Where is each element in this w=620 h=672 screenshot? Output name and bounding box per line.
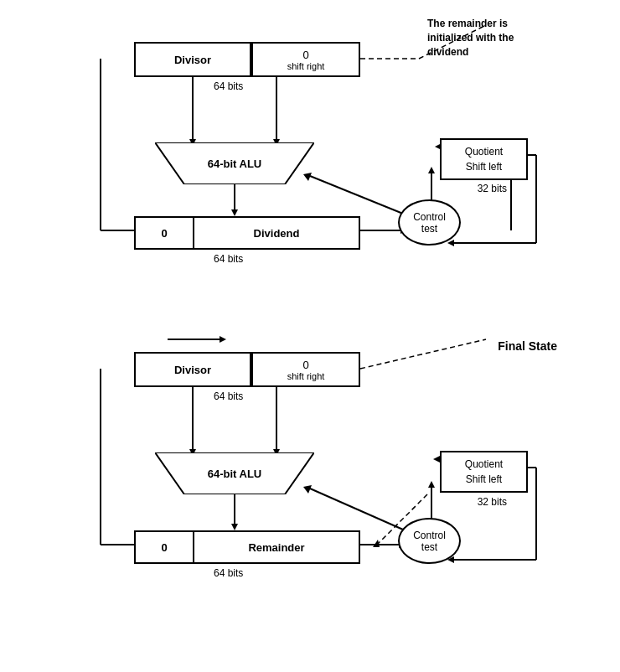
split-right-1: Dividend bbox=[194, 218, 359, 248]
split-box-1: 0 Dividend bbox=[134, 216, 360, 250]
quotient-box-2: Quotient Shift left bbox=[440, 451, 528, 493]
divisor-right-1: 0 shift right bbox=[251, 42, 360, 77]
bits-64-remainder-2: 64 bits bbox=[214, 567, 243, 579]
svg-line-52 bbox=[360, 339, 486, 369]
svg-marker-45 bbox=[433, 456, 440, 463]
divisor-zero-1: 0 bbox=[302, 49, 308, 61]
bits-64-dividend-1: 64 bits bbox=[214, 253, 243, 265]
control-ellipse-2: Control test bbox=[398, 518, 461, 564]
bits-32-1: 32 bits bbox=[478, 183, 507, 194]
shift-right-2: shift right bbox=[287, 371, 325, 381]
diagram-1: Divisor 0 shift right The remainder is i… bbox=[50, 17, 570, 302]
svg-marker-9 bbox=[231, 209, 238, 216]
control-test-2: test bbox=[421, 541, 437, 553]
alu-label-1: 64-bit ALU bbox=[208, 158, 262, 170]
bits-64-divisor-2: 64 bits bbox=[214, 390, 243, 402]
svg-marker-30 bbox=[220, 336, 226, 343]
alu-2: 64-bit ALU bbox=[155, 452, 314, 494]
svg-line-46 bbox=[310, 488, 403, 530]
svg-marker-39 bbox=[231, 524, 238, 530]
annotation-1: The remainder is initialized with the di… bbox=[427, 17, 561, 59]
divisor-label-2: Divisor bbox=[174, 364, 211, 376]
flow-arrow-svg bbox=[168, 331, 235, 348]
page-container: Divisor 0 shift right The remainder is i… bbox=[17, 8, 603, 628]
quotient-box-1: Quotient Shift left bbox=[440, 138, 528, 180]
quotient-shift-1: Shift left bbox=[466, 159, 502, 174]
svg-marker-13 bbox=[428, 167, 435, 173]
quotient-shift-2: Shift left bbox=[466, 472, 502, 487]
control-label-2: Control bbox=[413, 530, 446, 541]
alu-1: 64-bit ALU bbox=[155, 142, 314, 184]
quotient-label-2: Quotient bbox=[465, 457, 503, 472]
annotation-text-1: The remainder is initialized with the di… bbox=[427, 18, 514, 58]
divisor-label-1: Divisor bbox=[174, 54, 211, 66]
divisor-right-2: 0 shift right bbox=[251, 352, 360, 387]
bits-32-2: 32 bits bbox=[478, 496, 507, 508]
split-left-1: 0 bbox=[136, 218, 194, 248]
final-state-label: Final State bbox=[498, 339, 557, 353]
svg-line-21 bbox=[310, 176, 403, 214]
control-test-1: test bbox=[421, 223, 437, 235]
alu-label-2: 64-bit ALU bbox=[208, 468, 262, 480]
split-box-2: 0 Remainder bbox=[134, 530, 360, 564]
split-right-2: Remainder bbox=[194, 532, 359, 562]
svg-marker-54 bbox=[373, 540, 380, 547]
divisor-zero-2: 0 bbox=[302, 359, 308, 371]
divisor-box-1: Divisor bbox=[134, 42, 251, 77]
split-left-2: 0 bbox=[136, 532, 194, 562]
svg-marker-43 bbox=[428, 481, 435, 488]
control-label-1: Control bbox=[413, 211, 446, 223]
diagram-2: Final State Divisor 0 shift right 64 bit… bbox=[50, 327, 570, 628]
divisor-box-2: Divisor bbox=[134, 352, 251, 387]
control-ellipse-1: Control test bbox=[398, 199, 461, 246]
shift-right-1: shift right bbox=[287, 61, 325, 71]
quotient-label-1: Quotient bbox=[465, 144, 503, 159]
bits-64-divisor-1: 64 bits bbox=[214, 80, 243, 92]
